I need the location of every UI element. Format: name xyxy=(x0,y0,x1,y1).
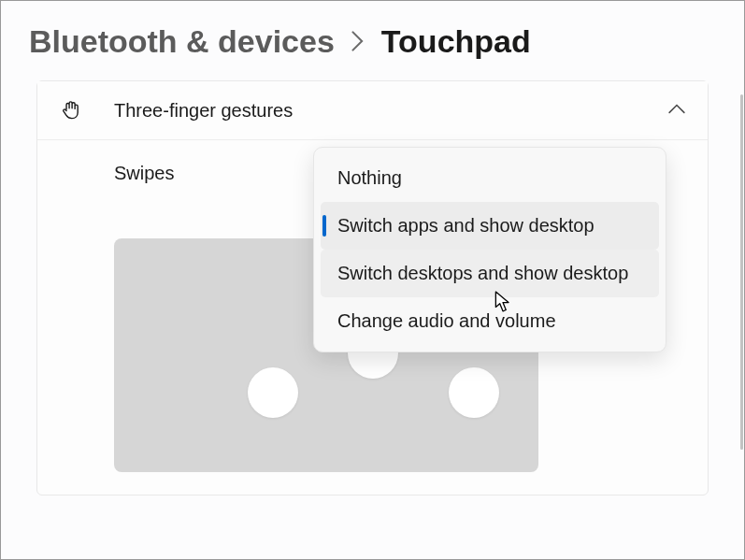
panel-header[interactable]: Three-finger gestures xyxy=(37,81,708,140)
panel-title: Three-finger gestures xyxy=(114,100,668,122)
dropdown-option-switch-desktops[interactable]: Switch desktops and show desktop xyxy=(321,250,659,297)
breadcrumb-parent[interactable]: Bluetooth & devices xyxy=(29,23,335,60)
breadcrumb: Bluetooth & devices Touchpad xyxy=(1,1,744,75)
three-finger-hand-icon xyxy=(60,98,114,122)
scrollbar-thumb[interactable] xyxy=(740,94,743,450)
finger-dot xyxy=(248,367,298,418)
chevron-right-icon xyxy=(351,31,365,57)
dropdown-option-change-audio[interactable]: Change audio and volume xyxy=(321,297,659,345)
dropdown-option-nothing[interactable]: Nothing xyxy=(321,154,659,202)
finger-dot xyxy=(449,367,499,418)
scrollbar[interactable] xyxy=(740,10,743,551)
swipes-dropdown[interactable]: Nothing Switch apps and show desktop Swi… xyxy=(313,147,666,352)
breadcrumb-current: Touchpad xyxy=(381,23,531,60)
chevron-up-icon[interactable] xyxy=(668,102,685,119)
dropdown-option-switch-apps[interactable]: Switch apps and show desktop xyxy=(321,202,659,250)
